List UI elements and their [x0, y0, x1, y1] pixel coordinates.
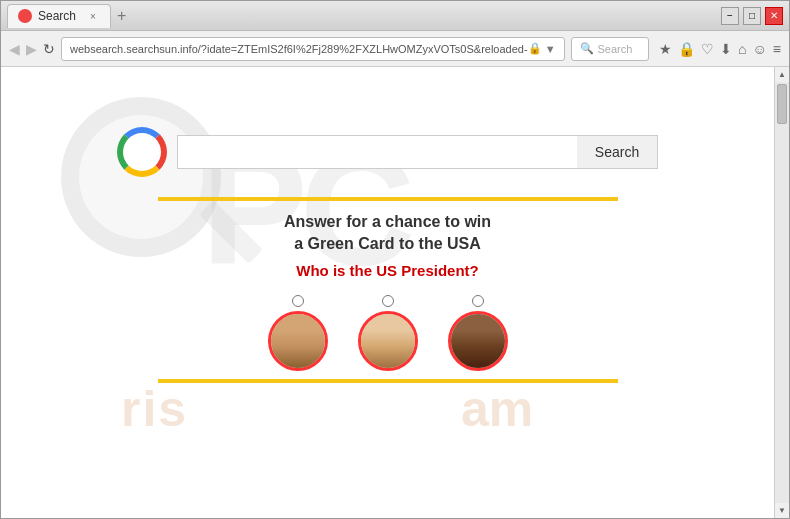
scroll-track[interactable]: [775, 82, 789, 503]
scroll-down-arrow[interactable]: ▼: [775, 503, 789, 518]
logo-circle: [117, 127, 167, 177]
toolbar-icons: ★ 🔒 ♡ ⬇ ⌂ ☺ ≡: [659, 41, 781, 57]
scroll-thumb[interactable]: [777, 84, 787, 124]
lock-icon: 🔒: [528, 42, 542, 55]
menu-icon[interactable]: ≡: [773, 41, 781, 57]
address-bar[interactable]: websearch.searchsun.info/?idate=ZTEmIS2f…: [61, 37, 565, 61]
promo-question: Who is the US President?: [284, 262, 491, 279]
browser-search-bar[interactable]: 🔍 Search: [571, 37, 650, 61]
content-wrapper: PC ris am Search Answer for a chance to: [1, 67, 789, 518]
search-icon: 🔍: [580, 42, 594, 55]
candidate-1: [268, 295, 328, 371]
tab-favicon: [18, 9, 32, 23]
watermark-am: am: [461, 380, 533, 438]
active-tab[interactable]: Search ×: [7, 4, 111, 28]
watermark-magnifier: [61, 97, 221, 257]
window-controls: − □ ✕: [721, 7, 783, 25]
yellow-divider-top: [158, 197, 618, 201]
tab-title: Search: [38, 9, 76, 23]
tab-close-button[interactable]: ×: [86, 9, 100, 23]
promo-title: Answer for a chance to win a Green Card …: [284, 211, 491, 256]
titlebar: Search × + − □ ✕: [1, 1, 789, 31]
home-icon[interactable]: ⌂: [738, 41, 746, 57]
secure-icon[interactable]: 🔒: [678, 41, 695, 57]
search-bar-text: Search: [598, 43, 633, 55]
download-icon[interactable]: ⬇: [720, 41, 732, 57]
close-button[interactable]: ✕: [765, 7, 783, 25]
candidate-3-radio[interactable]: [472, 295, 484, 307]
candidate-2-radio[interactable]: [382, 295, 394, 307]
refresh-button[interactable]: ↻: [43, 37, 55, 61]
browser-window: Search × + − □ ✕ ◀ ▶ ↻ websearch.searchs…: [0, 0, 790, 519]
yellow-divider-bottom: [158, 379, 618, 383]
watermark-risk: ris: [121, 380, 188, 438]
search-section: Search: [117, 127, 658, 177]
back-button[interactable]: ◀: [9, 37, 20, 61]
search-box-container: Search: [177, 135, 658, 169]
promo-section: Answer for a chance to win a Green Card …: [284, 211, 491, 279]
scrollbar[interactable]: ▲ ▼: [774, 67, 789, 518]
page-content: PC ris am Search Answer for a chance to: [1, 67, 774, 518]
candidate-1-photo[interactable]: [268, 311, 328, 371]
dropdown-icon[interactable]: ▼: [545, 43, 556, 55]
candidate-3: [448, 295, 508, 371]
search-input[interactable]: [177, 135, 577, 169]
heart-icon[interactable]: ♡: [701, 41, 714, 57]
candidate-3-photo[interactable]: [448, 311, 508, 371]
candidates-row: [268, 295, 508, 371]
hillary-face: [271, 314, 325, 368]
search-button[interactable]: Search: [577, 135, 658, 169]
candidate-2-photo[interactable]: [358, 311, 418, 371]
candidate-1-radio[interactable]: [292, 295, 304, 307]
forward-button[interactable]: ▶: [26, 37, 37, 61]
bookmark-icon[interactable]: ★: [659, 41, 672, 57]
obama-face: [451, 314, 505, 368]
user-icon[interactable]: ☺: [753, 41, 767, 57]
maximize-button[interactable]: □: [743, 7, 761, 25]
minimize-button[interactable]: −: [721, 7, 739, 25]
address-icons: 🔒 ▼: [528, 42, 556, 55]
new-tab-button[interactable]: +: [117, 7, 126, 25]
navbar: ◀ ▶ ↻ websearch.searchsun.info/?idate=ZT…: [1, 31, 789, 67]
address-text: websearch.searchsun.info/?idate=ZTEmIS2f…: [70, 43, 528, 55]
candidate-2: [358, 295, 418, 371]
scroll-up-arrow[interactable]: ▲: [775, 67, 789, 82]
watermark-handle: [199, 200, 263, 264]
bush-face: [361, 314, 415, 368]
